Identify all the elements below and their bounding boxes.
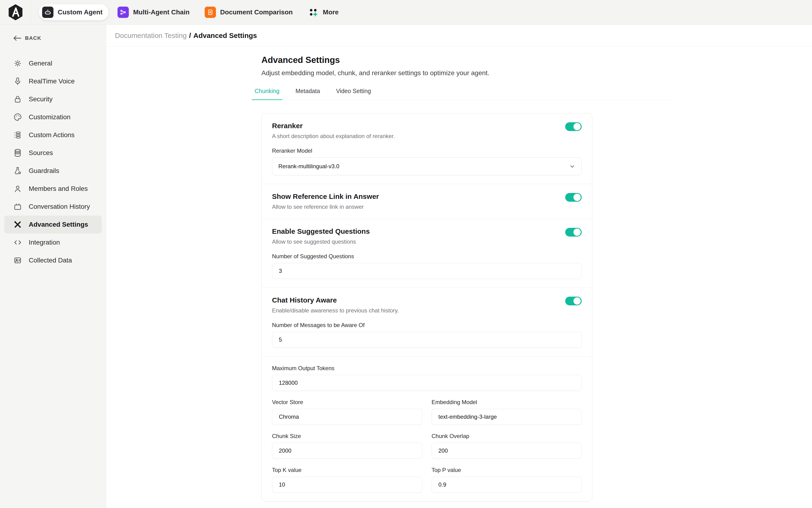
sidebar-item-conversation-history[interactable]: Conversation History bbox=[4, 198, 102, 216]
sidebar-item-label: Custom Actions bbox=[29, 131, 75, 139]
sidebar-nav: General RealTime Voice S bbox=[0, 54, 106, 269]
top-k-label: Top K value bbox=[272, 467, 422, 473]
embedding-model-input[interactable] bbox=[432, 409, 582, 425]
chunk-size-input[interactable] bbox=[272, 443, 422, 459]
reranker-toggle[interactable] bbox=[565, 122, 582, 131]
database-icon bbox=[13, 149, 22, 157]
tab-label: Custom Agent bbox=[58, 8, 102, 16]
breadcrumb: Documentation Testing / Advanced Setting… bbox=[106, 25, 812, 47]
sidebar-item-members-and-roles[interactable]: Members and Roles bbox=[4, 180, 102, 198]
chat-history-count-input[interactable] bbox=[272, 332, 582, 348]
sidebar-item-label: Collected Data bbox=[29, 257, 72, 264]
top-k-input[interactable] bbox=[272, 477, 422, 493]
tab-label: More bbox=[323, 8, 339, 16]
sidebar-item-label: Security bbox=[29, 95, 52, 103]
content-area: Documentation Testing / Advanced Setting… bbox=[106, 25, 812, 508]
app-logo[interactable] bbox=[0, 0, 31, 25]
chat-history-toggle[interactable] bbox=[565, 297, 582, 305]
settings-card: Reranker A short description about expla… bbox=[261, 113, 592, 501]
tab-document-comparison[interactable]: Document Comparison bbox=[201, 4, 299, 20]
max-tokens-input[interactable] bbox=[272, 375, 582, 391]
sidebar-item-advanced-settings[interactable]: Advanced Settings bbox=[4, 216, 102, 234]
tab-custom-agent[interactable]: Custom Agent bbox=[39, 4, 108, 20]
top-p-input[interactable] bbox=[432, 477, 582, 493]
sidebar-item-label: Integration bbox=[29, 239, 60, 246]
back-label: BACK bbox=[25, 35, 41, 41]
branch-icon bbox=[118, 7, 129, 18]
sidebar-item-general[interactable]: General bbox=[4, 54, 102, 72]
sidebar-item-realtime-voice[interactable]: RealTime Voice bbox=[4, 72, 102, 90]
section-description: A short description about explanation of… bbox=[272, 133, 395, 139]
chunk-size-label: Chunk Size bbox=[272, 433, 422, 439]
settings-tabs: Chunking Metadata Video Setting bbox=[252, 88, 674, 100]
tab-label: Multi-Agent Chain bbox=[133, 8, 190, 16]
section-reranker: Reranker A short description about expla… bbox=[262, 113, 592, 184]
chunk-overlap-input[interactable] bbox=[432, 443, 582, 459]
tab-metadata[interactable]: Metadata bbox=[293, 88, 323, 100]
tab-label: Document Comparison bbox=[220, 8, 293, 16]
id-card-icon bbox=[13, 256, 22, 265]
mic-icon bbox=[13, 77, 22, 86]
tab-chunking[interactable]: Chunking bbox=[252, 88, 282, 100]
sidebar-item-label: RealTime Voice bbox=[29, 78, 75, 85]
max-tokens-label: Maximum Output Tokens bbox=[272, 365, 582, 372]
reranker-model-value: Rerank-multilingual-v3.0 bbox=[278, 163, 340, 170]
sidebar-item-integration[interactable]: Integration bbox=[4, 234, 102, 251]
user-icon bbox=[13, 184, 22, 193]
sidebar-item-custom-actions[interactable]: Custom Actions bbox=[4, 126, 102, 144]
sidebar: BACK General RealTim bbox=[0, 25, 106, 508]
breadcrumb-current: Advanced Settings bbox=[193, 32, 257, 40]
reference-link-toggle[interactable] bbox=[565, 193, 582, 202]
vector-store-label: Vector Store bbox=[272, 399, 422, 406]
embedding-model-label: Embedding Model bbox=[432, 399, 582, 406]
chunk-overlap-label: Chunk Overlap bbox=[432, 433, 582, 439]
sidebar-item-security[interactable]: Security bbox=[4, 90, 102, 108]
reranker-model-label: Reranker Model bbox=[272, 147, 582, 154]
section-title: Chat History Aware bbox=[272, 296, 399, 304]
gear-icon bbox=[13, 59, 22, 68]
sidebar-item-label: Guardrails bbox=[29, 167, 59, 175]
topbar: Custom Agent Multi-Agent Chain Document … bbox=[0, 0, 812, 25]
more-grid-icon bbox=[308, 7, 319, 18]
section-title: Show Reference Link in Answer bbox=[272, 193, 379, 201]
sidebar-item-guardrails[interactable]: Guardrails bbox=[4, 162, 102, 180]
tab-multi-agent-chain[interactable]: Multi-Agent Chain bbox=[114, 4, 196, 20]
breadcrumb-separator: / bbox=[189, 32, 191, 40]
sidebar-item-label: Customization bbox=[29, 113, 71, 121]
chat-history-count-label: Number of Messages to be Aware Of bbox=[272, 322, 582, 329]
section-suggested-questions: Enable Suggested Questions Allow to see … bbox=[262, 219, 592, 288]
page-title: Advanced Settings bbox=[261, 55, 812, 65]
suggested-questions-toggle[interactable] bbox=[565, 228, 582, 237]
sidebar-item-customization[interactable]: Customization bbox=[4, 108, 102, 126]
tab-more[interactable]: More bbox=[305, 4, 345, 20]
sidebar-item-label: General bbox=[29, 59, 52, 67]
vector-store-input[interactable] bbox=[272, 409, 422, 425]
sidebar-item-label: Advanced Settings bbox=[29, 221, 88, 228]
suggested-questions-count-input[interactable] bbox=[272, 263, 582, 279]
section-title: Enable Suggested Questions bbox=[272, 227, 370, 236]
arrow-left-icon bbox=[13, 35, 21, 41]
page-subtitle: Adjust embedding model, chunk, and reran… bbox=[261, 69, 812, 77]
section-title: Reranker bbox=[272, 122, 395, 130]
tools-icon bbox=[13, 220, 22, 229]
code-icon bbox=[13, 238, 22, 247]
stacked-actions-icon bbox=[13, 131, 22, 139]
section-chat-history: Chat History Aware Enable/disable awaren… bbox=[262, 288, 592, 356]
suggested-questions-count-label: Number of Suggested Questions bbox=[272, 253, 582, 260]
back-button[interactable]: BACK bbox=[0, 31, 106, 45]
tab-video-setting[interactable]: Video Setting bbox=[333, 88, 374, 100]
lock-icon bbox=[13, 95, 22, 104]
breadcrumb-parent[interactable]: Documentation Testing bbox=[115, 32, 187, 40]
reranker-model-select[interactable]: Rerank-multilingual-v3.0 bbox=[272, 157, 582, 175]
sidebar-item-label: Members and Roles bbox=[29, 185, 88, 193]
flask-gear-icon bbox=[13, 166, 22, 175]
sidebar-item-sources[interactable]: Sources bbox=[4, 144, 102, 162]
document-icon bbox=[205, 7, 216, 18]
sidebar-item-label: Conversation History bbox=[29, 203, 90, 210]
main-panel: Advanced Settings Adjust embedding model… bbox=[106, 47, 812, 501]
logo-hexagon-icon bbox=[6, 3, 25, 22]
section-reference-link: Show Reference Link in Answer Allow to s… bbox=[262, 184, 592, 219]
top-nav: Custom Agent Multi-Agent Chain Document … bbox=[39, 4, 345, 20]
chevron-down-icon bbox=[569, 163, 575, 169]
sidebar-item-collected-data[interactable]: Collected Data bbox=[4, 251, 102, 269]
